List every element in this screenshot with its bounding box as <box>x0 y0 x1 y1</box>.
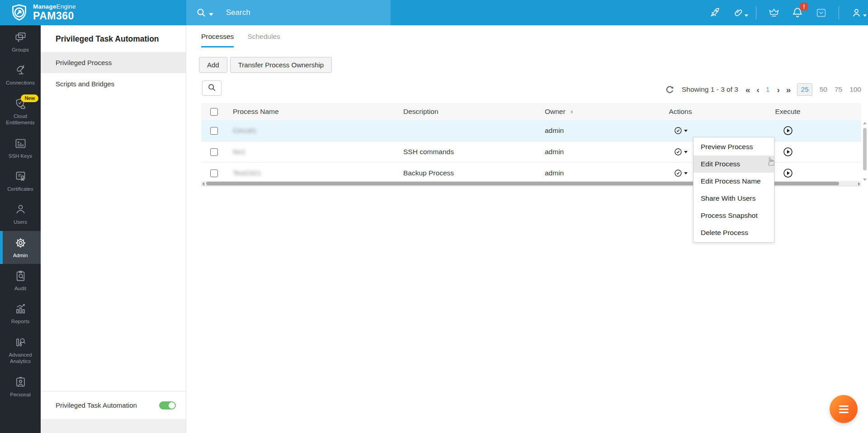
row-actions-menu-button[interactable] <box>674 126 688 135</box>
page-size-100[interactable]: 100 <box>849 85 861 94</box>
groups-icon <box>14 31 27 43</box>
sidebar-item-audit[interactable]: Audit <box>0 264 41 297</box>
col-owner[interactable]: Owner▲▼ <box>545 108 646 116</box>
menu-item-edit-process-name[interactable]: Edit Process Name <box>693 173 774 190</box>
process-owner: admin <box>545 148 646 156</box>
certificates-icon <box>14 170 27 183</box>
showing-text: Showing 1 - 3 of 3 <box>682 85 738 94</box>
quick-link-icon[interactable] <box>732 7 744 19</box>
prev-page-button[interactable]: ‹ <box>757 85 759 94</box>
page-size-50[interactable]: 50 <box>820 85 827 94</box>
user-account-caret-icon <box>863 14 867 17</box>
floating-menu-button[interactable] <box>830 395 858 423</box>
subnav-item-privileged-process[interactable]: Privileged Process <box>41 52 186 73</box>
feature-toggle-label: Privileged Task Automation <box>56 401 137 409</box>
page-title: Privileged Task Automation <box>41 25 186 52</box>
last-page-button[interactable]: » <box>786 85 790 94</box>
vertical-scrollbar[interactable] <box>863 122 867 181</box>
row-actions-menu-button[interactable] <box>674 147 688 156</box>
secondary-sidebar: Privileged Task Automation Privileged Pr… <box>41 25 186 433</box>
search-scope-caret-icon[interactable] <box>209 13 213 16</box>
menu-item-share-with-users[interactable]: Share With Users <box>693 190 774 207</box>
page-size-25[interactable]: 25 <box>797 83 812 96</box>
table-header-row: Process Name Description Owner▲▼ Actions… <box>201 103 861 120</box>
new-badge: New <box>21 94 38 102</box>
search-input[interactable] <box>226 8 362 17</box>
current-page[interactable]: 1 <box>766 85 770 94</box>
process-description: SSH commands <box>403 148 545 156</box>
actions-caret-icon <box>684 151 688 153</box>
quick-link-caret-icon <box>745 14 748 17</box>
sidebar-item-certificates[interactable]: Certificates <box>0 165 41 198</box>
scroll-down-arrow-icon[interactable] <box>863 179 867 181</box>
first-page-button[interactable]: « <box>745 85 750 94</box>
row-checkbox[interactable] <box>210 127 218 135</box>
badge-check-icon <box>674 169 683 178</box>
execute-play-button[interactable] <box>783 147 793 157</box>
menu-item-process-snapshot[interactable]: Process Snapshot <box>693 207 774 224</box>
badge-check-icon <box>674 147 683 156</box>
notifications-bell-icon[interactable]: ! <box>792 7 803 19</box>
rocket-launcher-icon[interactable] <box>709 7 721 19</box>
refresh-icon[interactable] <box>665 85 675 94</box>
sidebar-item-connections[interactable]: Connections <box>0 58 41 91</box>
privileged-task-automation-toggle[interactable] <box>159 401 176 409</box>
crown-license-icon[interactable] <box>768 7 780 19</box>
pagination: Showing 1 - 3 of 3 « ‹ 1 › » 25 50 75 10… <box>665 83 861 96</box>
subnav-item-scripts-and-bridges[interactable]: Scripts and Bridges <box>41 73 186 94</box>
sidebar-item-cloud-entitlements[interactable]: New Cloud Entitlements <box>0 92 41 132</box>
tab-bar: Processes Schedules <box>201 33 280 47</box>
actions-caret-icon <box>684 130 688 132</box>
hamburger-icon <box>839 405 849 407</box>
search-icon[interactable] <box>196 8 206 18</box>
subnav-footer-strip <box>41 419 186 433</box>
scroll-up-arrow-icon[interactable] <box>863 122 867 124</box>
mouse-cursor-hand-icon: ☞ <box>764 156 778 166</box>
process-name[interactable]: Test2321 <box>233 169 403 177</box>
scroll-left-arrow-icon[interactable] <box>202 182 204 186</box>
global-search[interactable] <box>186 0 391 25</box>
add-button[interactable]: Add <box>199 57 227 73</box>
sidebar-item-admin[interactable]: Admin <box>0 231 41 264</box>
sidebar-item-personal[interactable]: Personal <box>0 370 41 403</box>
sidebar-item-advanced-analytics[interactable]: Advanced Analytics <box>0 330 41 370</box>
row-checkbox[interactable] <box>210 169 218 177</box>
menu-item-preview-process[interactable]: Preview Process <box>693 138 774 155</box>
primary-sidebar: Groups Connections New Cloud E <box>0 25 41 433</box>
tab-schedules[interactable]: Schedules <box>247 33 280 47</box>
sidebar-item-groups[interactable]: Groups <box>0 25 41 58</box>
tab-processes[interactable]: Processes <box>201 33 234 47</box>
next-page-button[interactable]: › <box>777 85 778 94</box>
brand-text: ManageEngine PAM360 <box>33 4 76 21</box>
col-actions: Actions <box>669 108 692 116</box>
vertical-scroll-thumb[interactable] <box>863 128 867 170</box>
personal-icon <box>14 376 27 388</box>
sidebar-item-ssh-keys[interactable]: SSH SSH Keys <box>0 132 41 165</box>
process-name[interactable]: No1 <box>233 148 403 156</box>
process-name[interactable]: Circuit1 <box>233 127 403 135</box>
admin-gear-icon <box>14 237 27 249</box>
topbar-divider <box>756 6 756 19</box>
menu-item-delete-process[interactable]: Delete Process <box>693 224 774 241</box>
menu-item-edit-process[interactable]: Edit Process <box>693 155 774 173</box>
sort-icon[interactable]: ▲▼ <box>570 110 574 114</box>
transfer-process-ownership-button[interactable]: Transfer Process Ownership <box>230 57 332 73</box>
execute-play-button[interactable] <box>783 126 793 136</box>
execute-play-button[interactable] <box>783 168 793 178</box>
brand-logo[interactable]: ManageEngine PAM360 <box>10 3 76 22</box>
sidebar-item-reports[interactable]: Reports <box>0 297 41 330</box>
pam360-shield-logo-icon <box>10 3 28 22</box>
mail-icon[interactable] <box>815 7 827 19</box>
sidebar-item-users[interactable]: Users <box>0 198 41 231</box>
table-search-button[interactable] <box>202 80 222 96</box>
col-description: Description <box>403 108 545 116</box>
user-account-icon[interactable] <box>851 7 863 19</box>
toolbar: Add Transfer Process Ownership <box>199 57 332 73</box>
topbar: ManageEngine PAM360 <box>0 0 868 25</box>
select-all-checkbox[interactable] <box>210 108 218 116</box>
notification-badge: ! <box>800 3 808 10</box>
row-checkbox[interactable] <box>210 148 218 156</box>
row-actions-menu-button[interactable] <box>674 169 688 178</box>
scroll-right-arrow-icon[interactable] <box>858 182 860 186</box>
page-size-75[interactable]: 75 <box>835 85 842 94</box>
